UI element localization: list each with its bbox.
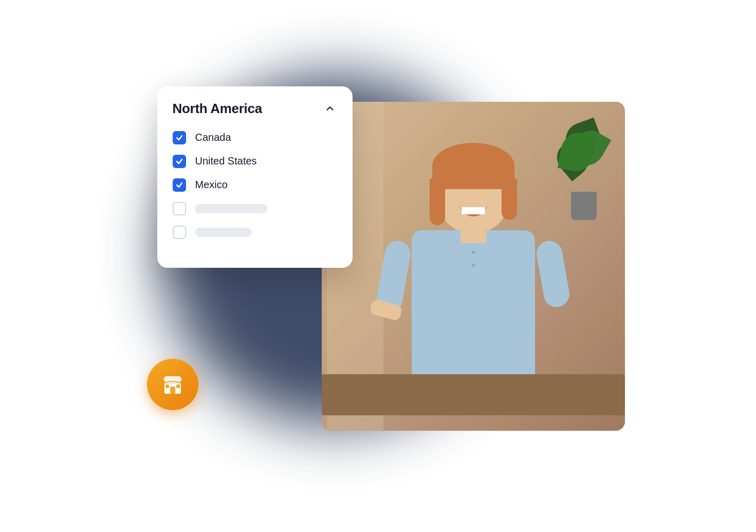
placeholder-bar-2 xyxy=(195,228,252,237)
collapse-button[interactable] xyxy=(323,101,337,116)
label-united-states: United States xyxy=(195,155,257,167)
scene-container: North America Canada United States xyxy=(132,56,625,477)
dropdown-header: North America xyxy=(173,101,337,117)
label-canada: Canada xyxy=(195,132,231,143)
table-surface xyxy=(322,374,625,415)
checkbox-row-mexico: Mexico xyxy=(173,178,337,192)
checkbox-placeholder-1[interactable] xyxy=(173,202,186,215)
label-mexico: Mexico xyxy=(195,179,228,191)
svg-rect-2 xyxy=(170,387,175,394)
store-icon xyxy=(160,372,185,397)
checkbox-mexico[interactable] xyxy=(173,178,186,192)
checkbox-row-placeholder-2 xyxy=(173,226,337,239)
checkbox-row-united-states: United States xyxy=(173,155,337,168)
checkbox-canada[interactable] xyxy=(173,131,186,144)
checkbox-row-canada: Canada xyxy=(173,131,337,144)
checkbox-united-states[interactable] xyxy=(173,155,186,168)
dropdown-title: North America xyxy=(173,101,262,117)
svg-rect-1 xyxy=(164,382,181,384)
svg-rect-3 xyxy=(165,384,169,388)
store-badge xyxy=(147,359,198,410)
svg-rect-4 xyxy=(176,384,180,388)
checkbox-placeholder-2[interactable] xyxy=(173,226,186,239)
dropdown-card: North America Canada United States xyxy=(157,86,353,268)
placeholder-bar-1 xyxy=(195,204,267,213)
checkbox-row-placeholder-1 xyxy=(173,202,337,215)
photo-background xyxy=(322,102,625,431)
photo-panel xyxy=(322,102,625,431)
